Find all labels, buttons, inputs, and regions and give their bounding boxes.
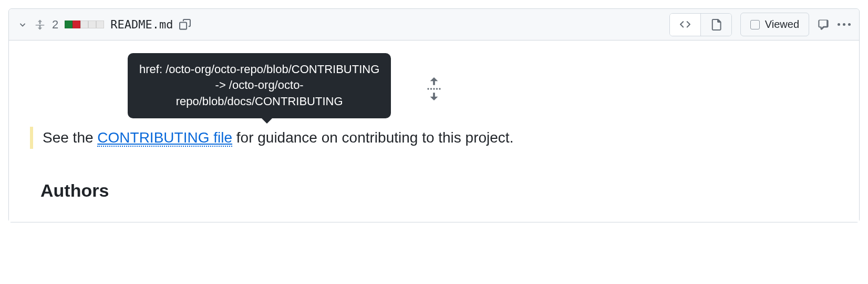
svg-point-3	[436, 88, 438, 89]
diff-text-suffix: for guidance on contributing to this pro…	[232, 129, 513, 146]
viewed-label: Viewed	[765, 18, 799, 31]
diff-stat-bar	[65, 21, 104, 28]
diff-neutral-block	[80, 21, 88, 28]
file-icon	[710, 19, 722, 31]
svg-point-0	[427, 88, 429, 89]
viewed-toggle-button[interactable]: Viewed	[740, 13, 809, 36]
file-diff-container: 2 README.md Viewed	[8, 8, 860, 222]
svg-point-4	[439, 88, 440, 89]
diff-change-count: 2	[52, 18, 58, 32]
expand-context-icon[interactable]	[426, 77, 442, 100]
diff-del-block	[73, 21, 80, 28]
diff-add-block	[65, 21, 73, 28]
diff-neutral-block	[88, 21, 96, 28]
diff-view-toggle	[669, 13, 732, 36]
href-diff-tooltip: href: /octo-org/octo-repo/blob/CONTRIBUT…	[128, 53, 391, 118]
file-header: 2 README.md Viewed	[9, 9, 859, 40]
source-view-button[interactable]	[670, 14, 700, 36]
file-header-left: 2 README.md	[17, 18, 191, 32]
svg-point-2	[433, 88, 435, 89]
authors-heading: Authors	[40, 180, 859, 201]
filename-label[interactable]: README.md	[110, 18, 173, 31]
file-body: href: /octo-org/octo-repo/blob/CONTRIBUT…	[9, 40, 859, 222]
copy-icon[interactable]	[179, 19, 191, 31]
code-icon	[679, 19, 691, 31]
rich-view-button[interactable]	[700, 14, 731, 36]
tooltip-line2: -> /octo-org/octo-	[139, 77, 379, 94]
diff-changed-line: href: /octo-org/octo-repo/blob/CONTRIBUT…	[30, 127, 838, 149]
contributing-link[interactable]: CONTRIBUTING file	[97, 129, 232, 147]
expand-updown-icon[interactable]	[34, 19, 46, 31]
tooltip-line3: repo/blob/docs/CONTRIBUTING	[139, 94, 379, 110]
svg-point-1	[430, 88, 432, 89]
kebab-menu-icon[interactable]	[838, 23, 851, 26]
file-header-right: Viewed	[669, 13, 851, 36]
tooltip-line1: href: /octo-org/octo-repo/blob/CONTRIBUT…	[139, 62, 379, 78]
diff-text-prefix: See the	[43, 129, 97, 146]
diff-neutral-block	[96, 21, 104, 28]
viewed-checkbox[interactable]	[750, 20, 760, 29]
chevron-down-icon[interactable]	[17, 19, 28, 30]
comment-icon[interactable]	[818, 19, 829, 31]
